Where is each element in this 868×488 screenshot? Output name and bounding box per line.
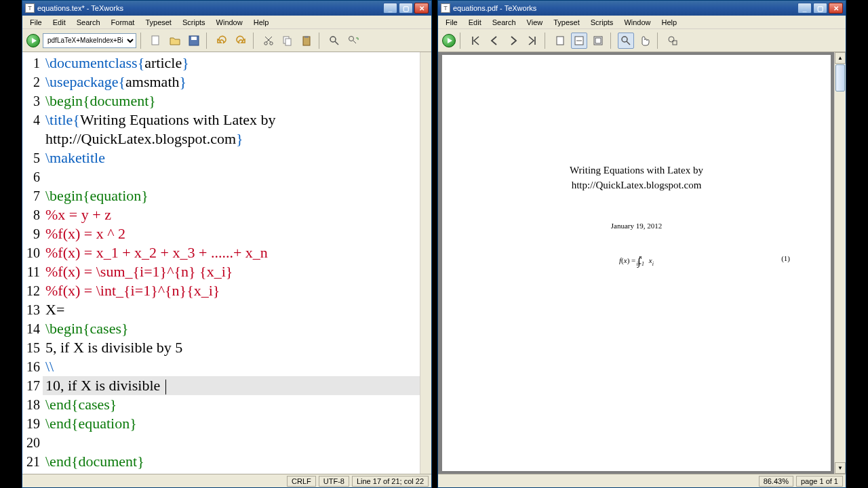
code-line[interactable] — [43, 167, 420, 186]
code-line[interactable]: \begin{equation} — [43, 186, 420, 205]
code-line[interactable]: \usepackage{amsmath} — [43, 73, 420, 92]
line-number: 20 — [22, 433, 43, 452]
code-line[interactable]: \begin{cases} — [43, 319, 420, 338]
code-line[interactable]: \\ — [43, 357, 420, 376]
svg-point-4 — [270, 41, 273, 44]
undo-icon[interactable] — [214, 33, 230, 49]
code-line[interactable]: http://QuickLatex.blogspot.com} — [43, 129, 420, 148]
code-line[interactable]: %x = y + z — [43, 205, 420, 224]
code-editor[interactable]: 123456789101112131415161718192021 \docum… — [22, 52, 431, 474]
line-number: 15 — [22, 338, 43, 357]
first-page-icon[interactable] — [467, 33, 484, 49]
viewer-statusbar: 86.43% page 1 of 1 — [438, 474, 846, 487]
magnify-tool-icon[interactable] — [618, 33, 634, 49]
encoding-indicator[interactable]: UTF-8 — [319, 476, 349, 487]
last-page-icon[interactable] — [524, 33, 540, 49]
menu-file[interactable]: File — [441, 17, 462, 28]
app-icon: T — [441, 3, 450, 13]
code-line[interactable]: \end{document} — [43, 452, 420, 471]
code-line[interactable]: \documentclass{article} — [43, 54, 420, 73]
engine-select[interactable]: pdfLaTeX+MakeIndex+BibTeX — [43, 33, 136, 48]
fit-window-icon[interactable] — [590, 33, 606, 49]
fit-width-icon[interactable] — [571, 33, 587, 49]
minimize-button[interactable]: _ — [383, 3, 397, 14]
redo-icon[interactable] — [233, 33, 249, 49]
line-number: 10 — [22, 243, 43, 262]
close-button[interactable]: ✕ — [829, 3, 843, 14]
menu-search[interactable]: Search — [72, 17, 105, 28]
editor-menubar: FileEditSearchFormatTypesetScriptsWindow… — [22, 16, 431, 29]
line-number: 14 — [22, 319, 43, 338]
line-number: 16 — [22, 357, 43, 376]
equation-1: f(x) = ∫ni=1 xi (1) — [456, 254, 817, 268]
line-number: 18 — [22, 395, 43, 414]
open-file-icon[interactable] — [167, 33, 183, 49]
svg-point-9 — [330, 37, 336, 42]
code-line[interactable]: \maketitle — [43, 148, 420, 167]
cut-icon[interactable] — [260, 33, 277, 49]
vertical-scrollbar[interactable] — [420, 52, 431, 474]
menu-file[interactable]: File — [25, 17, 47, 28]
viewer-title: equations.pdf - TeXworks — [453, 4, 797, 12]
page-indicator[interactable]: page 1 of 1 — [796, 476, 843, 487]
menu-help[interactable]: Help — [657, 17, 682, 28]
code-line[interactable]: 10, if X is divisible — [43, 376, 420, 395]
replace-icon[interactable] — [345, 33, 361, 49]
minimize-button[interactable]: _ — [797, 3, 812, 14]
new-file-icon[interactable] — [148, 33, 164, 49]
code-line[interactable]: %f(x) = x ^ 2 — [43, 224, 420, 243]
app-icon: T — [25, 3, 35, 13]
actual-size-icon[interactable] — [552, 33, 568, 49]
svg-rect-8 — [304, 36, 309, 38]
typeset-run-button[interactable] — [26, 34, 40, 47]
typeset-run-button[interactable] — [442, 34, 456, 47]
code-line[interactable]: %f(x) = x_1 + x_2 + x_3 + ......+ x_n — [43, 243, 420, 262]
code-line[interactable]: \begin{document} — [43, 92, 420, 110]
line-number: 1 — [22, 54, 43, 73]
menu-scripts[interactable]: Scripts — [586, 17, 618, 28]
code-line[interactable]: \end{equation} — [43, 414, 420, 433]
zoom-indicator[interactable]: 86.43% — [759, 476, 793, 487]
code-line[interactable]: X= — [43, 300, 420, 319]
maximize-button[interactable]: ▢ — [399, 3, 413, 14]
menu-help[interactable]: Help — [249, 17, 274, 28]
line-number: 17 — [22, 376, 43, 395]
menu-scripts[interactable]: Scripts — [178, 17, 210, 28]
save-file-icon[interactable] — [186, 33, 202, 49]
copy-icon[interactable] — [279, 33, 296, 49]
code-line[interactable]: \end{cases} — [43, 395, 420, 414]
code-line[interactable]: %f(x) = \sum_{i=1}^{n} {x_i} — [43, 262, 420, 281]
prev-page-icon[interactable] — [486, 33, 502, 49]
editor-titlebar[interactable]: T equations.tex* - TeXworks _ ▢ ✕ — [22, 1, 431, 16]
find-icon[interactable] — [326, 33, 342, 49]
code-line[interactable] — [43, 433, 420, 452]
scroll-tool-icon[interactable] — [637, 33, 653, 49]
maximize-button[interactable]: ▢ — [813, 3, 827, 14]
menu-typeset[interactable]: Typeset — [140, 17, 176, 28]
menu-window[interactable]: Window — [619, 17, 655, 28]
pdf-page: Writing Equations with Latex by http://Q… — [442, 55, 831, 471]
doc-date: January 19, 2012 — [456, 222, 817, 230]
code-line[interactable]: \title{Writing Equations with Latex by — [43, 110, 420, 129]
menu-typeset[interactable]: Typeset — [549, 17, 585, 28]
code-line[interactable]: 5, if X is divisible by 5 — [43, 338, 420, 357]
menu-edit[interactable]: Edit — [48, 17, 71, 28]
close-button[interactable]: ✕ — [414, 3, 429, 14]
svg-point-3 — [264, 41, 267, 44]
menu-edit[interactable]: Edit — [464, 17, 486, 28]
pdf-scrollbar[interactable]: ▲ ▼ — [834, 52, 846, 474]
pdf-view[interactable]: Writing Equations with Latex by http://Q… — [438, 52, 846, 474]
line-number: 11 — [22, 262, 43, 281]
paste-icon[interactable] — [298, 33, 315, 49]
viewer-titlebar[interactable]: T equations.pdf - TeXworks _ ▢ ✕ — [438, 1, 846, 16]
menu-view[interactable]: View — [522, 17, 548, 28]
menu-search[interactable]: Search — [488, 17, 521, 28]
menu-format[interactable]: Format — [106, 17, 140, 28]
select-tool-icon[interactable] — [665, 33, 681, 49]
lineend-indicator[interactable]: CRLF — [287, 476, 316, 487]
next-page-icon[interactable] — [505, 33, 521, 49]
viewer-menubar: FileEditSearchViewTypesetScriptsWindowHe… — [438, 16, 846, 29]
menu-window[interactable]: Window — [212, 17, 248, 28]
line-number: 12 — [22, 281, 43, 300]
code-line[interactable]: %f(x) = \int_{i=1}^{n}{x_i} — [43, 281, 420, 300]
